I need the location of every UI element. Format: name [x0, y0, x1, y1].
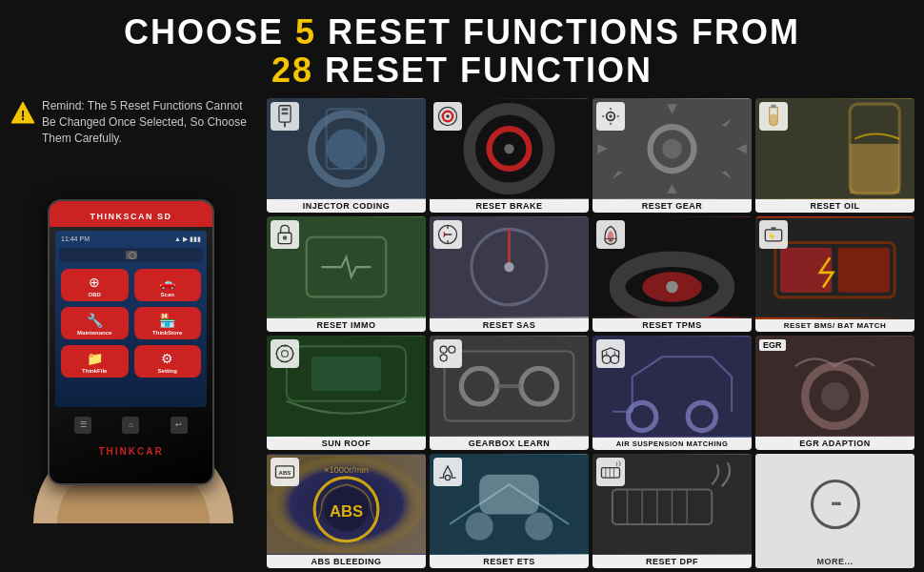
svg-point-59	[440, 354, 447, 360]
grid-item-reset-immo[interactable]: RESET IMMO	[267, 216, 426, 331]
sunroof-image	[267, 336, 426, 437]
grid-item-reset-ets[interactable]: RESET ETS	[430, 454, 589, 568]
svg-rect-49	[838, 248, 890, 293]
injector-icon	[271, 102, 299, 131]
svg-rect-91	[601, 467, 619, 477]
warning-text: Remind: The 5 Reset Functions Cannot Be …	[42, 98, 257, 146]
app-setting[interactable]: ⚙ Setting	[134, 345, 202, 378]
nav-home-btn[interactable]: ⌂	[122, 417, 139, 434]
brake-icon	[433, 102, 462, 131]
airsus-label: AIR SUSPENSION MATCHING	[593, 438, 752, 450]
left-panel: ! Remind: The 5 Reset Functions Cannot B…	[10, 98, 257, 568]
grid-item-reset-bms[interactable]: RESET BMS/ BAT MATCH	[755, 216, 914, 331]
svg-rect-45	[771, 228, 775, 231]
svg-point-90	[525, 512, 552, 540]
main-container: CHOOSE 5 RESET FUNCTIONS FROM 28 RESET F…	[0, 0, 924, 572]
header-prefix: CHOOSE	[124, 12, 295, 51]
gear-label: RESET GEAR	[593, 199, 752, 213]
device-hand: THINKSCAN SD 11:44 PM ▲ ▶ ▮▮▮	[29, 199, 238, 523]
brake-image	[430, 98, 589, 199]
grid-item-reset-oil[interactable]: RESET OIL	[755, 98, 914, 213]
device-top-bar: THINKSCAN SD	[50, 201, 212, 227]
svg-point-18	[504, 144, 513, 153]
sas-label: RESET SAS	[430, 318, 589, 332]
more-image: ···	[755, 454, 914, 555]
svg-point-43	[666, 281, 678, 294]
app-scan[interactable]: 🚗 Scan	[134, 269, 202, 301]
svg-rect-24	[771, 105, 775, 108]
content-area: ! Remind: The 5 Reset Functions Cannot B…	[0, 94, 924, 572]
app-thinkstore[interactable]: 🏪 ThinkStore	[134, 307, 202, 339]
gearbox-image	[430, 336, 589, 437]
warning-box: ! Remind: The 5 Reset Functions Cannot B…	[10, 98, 257, 146]
nav-back-btn[interactable]: ↩	[171, 417, 188, 434]
grid-item-reset-dpf[interactable]: RESET DPF	[593, 454, 752, 568]
bms-label: RESET BMS/ BAT MATCH	[755, 319, 914, 332]
grid-item-reset-sas[interactable]: RESET SAS	[430, 216, 589, 331]
function-grid: INJECTOR CODING RESET BR	[267, 98, 914, 568]
grid-item-more[interactable]: ··· More...	[755, 454, 914, 568]
more-dots: ···	[831, 494, 839, 515]
device-brand-label: THINKSCAN SD	[90, 212, 171, 221]
header: CHOOSE 5 RESET FUNCTIONS FROM 28 RESET F…	[0, 0, 924, 94]
header-line1: CHOOSE 5 RESET FUNCTIONS FROM	[0, 13, 924, 51]
ets-icon	[433, 458, 462, 486]
abs-icon: ABS	[271, 458, 299, 486]
ets-image	[430, 454, 589, 555]
abs-label: ABS BLEEDING	[267, 555, 426, 568]
svg-point-68	[611, 355, 619, 363]
bms-icon	[759, 220, 788, 249]
sunroof-icon	[271, 339, 299, 368]
bms-image	[755, 216, 914, 318]
grid-item-gearbox-learn[interactable]: GEARBOX LEARN	[430, 336, 589, 450]
svg-rect-88	[479, 475, 539, 515]
grid-item-injector-coding[interactable]: INJECTOR CODING	[267, 98, 426, 213]
app-maintenance[interactable]: 🔧 Maintenance	[61, 307, 129, 339]
svg-text:ABS: ABS	[279, 470, 291, 476]
grid-item-reset-brake[interactable]: RESET BRAKE	[430, 98, 589, 213]
svg-point-52	[282, 350, 289, 357]
immo-label: RESET IMMO	[267, 318, 426, 332]
svg-rect-56	[311, 356, 381, 391]
airsus-icon	[596, 339, 625, 368]
sunroof-label: SUN ROOF	[267, 437, 426, 450]
oil-image	[755, 98, 914, 199]
svg-point-23	[662, 139, 682, 159]
header-suffix2: RESET FUNCTION	[313, 51, 653, 90]
camera-icon	[126, 251, 137, 259]
tpms-label: RESET TPMS	[593, 318, 752, 332]
app-thinkfile[interactable]: 📁 ThinkFile	[61, 345, 129, 378]
svg-point-10	[327, 129, 367, 169]
gearbox-label: GEARBOX LEARN	[430, 437, 589, 450]
device-screen: 11:44 PM ▲ ▶ ▮▮▮	[55, 231, 207, 407]
immo-icon	[271, 220, 299, 249]
svg-rect-7	[282, 112, 289, 115]
immo-image	[267, 216, 426, 317]
grid-item-egr-adaption[interactable]: EGR EGR ADAPTION	[755, 336, 914, 450]
screen-status-icons: ▲ ▶ ▮▮▮	[174, 235, 201, 243]
screen-apps: ⊕ OBD 🚗 Scan 🔧 Maintenance	[59, 267, 203, 379]
sas-image	[430, 216, 589, 317]
more-circle: ···	[811, 480, 860, 529]
svg-point-39	[610, 239, 613, 242]
svg-point-14	[446, 114, 449, 117]
svg-point-86	[445, 475, 450, 480]
device-body: THINKSCAN SD 11:44 PM ▲ ▶ ▮▮▮	[48, 199, 214, 485]
screen-time: 11:44 PM	[61, 235, 90, 242]
svg-point-57	[440, 346, 447, 353]
svg-point-58	[449, 346, 455, 353]
header-line2: 28 RESET FUNCTION	[0, 51, 924, 90]
grid-item-sun-roof[interactable]: SUN ROOF	[267, 336, 426, 450]
abs-image: ABS ABS	[267, 454, 426, 555]
tpms-image	[593, 216, 752, 317]
grid-item-abs-bleeding[interactable]: ABS ABS	[267, 454, 426, 568]
gear-icon	[596, 102, 625, 131]
egr-image: EGR	[755, 336, 914, 437]
grid-item-reset-tpms[interactable]: RESET TPMS	[593, 216, 752, 331]
grid-item-reset-gear[interactable]: RESET GEAR	[593, 98, 752, 213]
screen-status-bar: 11:44 PM ▲ ▶ ▮▮▮	[59, 235, 203, 244]
nav-menu-btn[interactable]: ☰	[74, 417, 91, 434]
app-obd[interactable]: ⊕ OBD	[61, 269, 129, 301]
grid-item-air-suspension[interactable]: AIR SUSPENSION MATCHING	[593, 336, 752, 450]
svg-rect-27	[850, 144, 899, 194]
